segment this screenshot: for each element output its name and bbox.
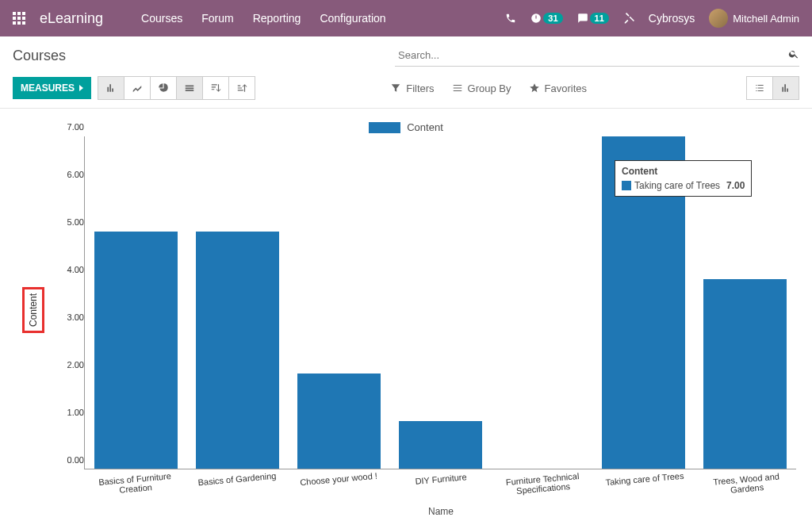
pie-chart-icon[interactable]	[150, 76, 177, 100]
avatar	[709, 9, 728, 28]
y-tick: 5.00	[67, 217, 84, 227]
tooltip-swatch	[622, 181, 631, 190]
bar-slot	[85, 136, 186, 469]
bar-slot	[186, 136, 288, 469]
bar-slot	[492, 136, 593, 469]
x-category: DIY Furniture	[389, 465, 493, 497]
y-tick: 1.00	[67, 408, 84, 417]
tooltip-title: Content	[622, 166, 745, 177]
cp-right: Filters Group By Favorites	[390, 76, 799, 100]
control-panel: Courses MEASURES Filters	[0, 36, 812, 109]
x-category: Taking care of Trees	[593, 465, 697, 497]
search-bar[interactable]	[395, 44, 799, 67]
chart-area: Content Content 0.001.002.003.004.005.00…	[0, 109, 812, 517]
x-category: Choose your wood !	[287, 465, 391, 497]
plot-area: Content Taking care of Trees 7.00	[84, 136, 796, 469]
list-view-icon[interactable]	[746, 76, 773, 100]
activities-badge: 31	[543, 13, 562, 24]
tooltip-value: 7.00	[726, 180, 745, 191]
y-axis-label: Content	[28, 293, 39, 327]
bar[interactable]	[196, 232, 279, 469]
view-switcher	[747, 76, 799, 100]
graph-view-icon[interactable]	[772, 76, 799, 100]
search-input[interactable]	[395, 44, 788, 66]
tools-icon[interactable]	[623, 13, 634, 24]
y-tick: 6.00	[67, 170, 84, 179]
search-icon[interactable]	[788, 48, 799, 62]
nav-forum[interactable]: Forum	[201, 12, 233, 25]
line-chart-icon[interactable]	[124, 76, 151, 100]
y-tick: 0.00	[67, 455, 84, 465]
measures-button[interactable]: MEASURES	[13, 77, 91, 99]
messages-badge: 11	[590, 13, 609, 24]
page-title: Courses	[13, 48, 66, 64]
nav-right: 31 11 Cybrosys Mitchell Admin	[505, 9, 799, 28]
user-menu[interactable]: Mitchell Admin	[709, 9, 799, 28]
y-tick: 2.00	[67, 360, 84, 370]
company-label[interactable]: Cybrosys	[649, 12, 695, 25]
legend-swatch	[369, 122, 400, 133]
nav-reporting[interactable]: Reporting	[253, 12, 301, 25]
y-axis-ticks: 0.001.002.003.004.005.006.007.00	[52, 136, 84, 469]
bar[interactable]	[703, 279, 787, 469]
chart-legend: Content	[16, 121, 796, 133]
app-brand[interactable]: eLearning	[40, 10, 103, 27]
sort-desc-icon[interactable]	[202, 76, 229, 100]
x-axis-categories: Basics of Furniture CreationBasics of Ga…	[84, 469, 798, 493]
bar-slot	[288, 136, 389, 469]
nav-configuration[interactable]: Configuration	[320, 12, 385, 25]
y-tick: 4.00	[67, 265, 84, 274]
x-axis-label: Name	[84, 506, 798, 517]
chart-tooltip: Content Taking care of Trees 7.00	[615, 160, 752, 197]
top-navbar: eLearning Courses Forum Reporting Config…	[0, 0, 812, 36]
bar-chart-icon[interactable]	[98, 76, 124, 100]
nav-links: Courses Forum Reporting Configuration	[141, 12, 386, 25]
bar[interactable]	[297, 374, 381, 469]
x-category: Basics of Furniture Creation	[83, 465, 187, 497]
nav-courses[interactable]: Courses	[141, 12, 182, 25]
x-category: Trees, Wood and Gardens	[695, 465, 799, 497]
chart-type-toolbar	[98, 76, 255, 100]
activities-icon[interactable]: 31	[530, 13, 562, 24]
group-by-button[interactable]: Group By	[452, 82, 511, 94]
x-category: Furniture Technical Specifications	[491, 465, 595, 497]
messages-icon[interactable]: 11	[577, 13, 609, 24]
stacked-icon[interactable]	[176, 76, 203, 100]
y-tick: 3.00	[67, 312, 84, 322]
phone-icon[interactable]	[505, 13, 516, 24]
y-tick: 7.00	[67, 122, 84, 132]
apps-icon[interactable]	[13, 12, 25, 25]
legend-label: Content	[407, 121, 443, 133]
caret-right-icon	[79, 85, 83, 91]
user-name: Mitchell Admin	[733, 13, 799, 25]
tooltip-series: Taking care of Trees	[634, 180, 720, 191]
favorites-button[interactable]: Favorites	[529, 82, 587, 94]
bar[interactable]	[399, 421, 482, 469]
measures-label: MEASURES	[21, 82, 75, 94]
bar-slot	[389, 136, 491, 469]
bar[interactable]	[94, 232, 178, 469]
x-category: Basics of Gardening	[186, 465, 289, 497]
filters-button[interactable]: Filters	[390, 82, 434, 94]
y-axis-label-highlight: Content	[22, 287, 44, 333]
sort-asc-icon[interactable]	[228, 76, 255, 100]
